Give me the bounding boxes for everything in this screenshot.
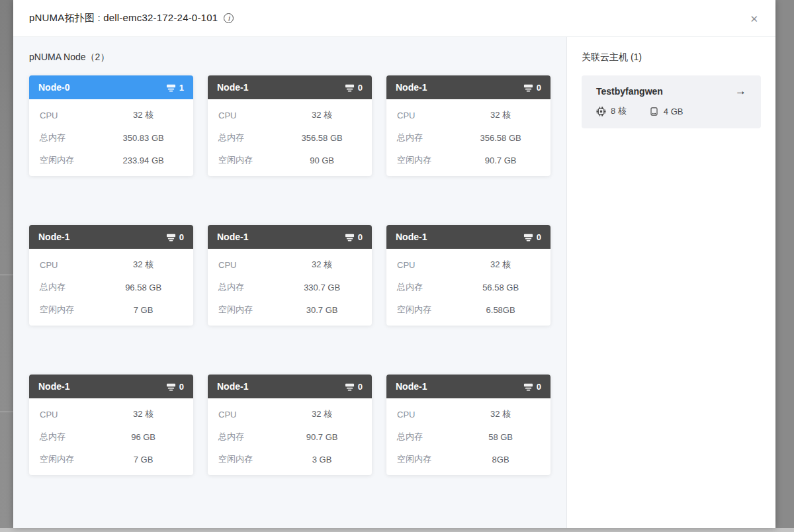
stat-value: 32 核 [461,259,540,271]
stat-label: CPU [397,410,461,420]
stat-row-cpu: CPU 32 核 [397,403,540,425]
associated-host-card[interactable]: Testbyfangwen → 8 核 4 GB [582,75,761,128]
node-card-body: CPU 32 核 总内存 356.58 GB 空闲内存 90 GB [208,99,372,171]
stat-row-free-memory: 空闲内存 90 GB [218,149,361,171]
pnuma-node-card[interactable]: Node-0 1 CPU 32 核 总内存 350.83 [29,75,193,176]
node-card-body: CPU 32 核 总内存 56.58 GB 空闲内存 6.58GB [386,249,551,321]
pnuma-node-card[interactable]: Node-1 0 CPU 32 核 总内存 96.58 [29,225,193,326]
stat-row-total-memory: 总内存 350.83 GB [40,126,183,149]
host-stats: 8 核 4 GB [596,105,746,117]
node-name: Node-1 [396,82,427,93]
stat-value: 6.58GB [461,305,540,315]
vm-monitor-icon [523,382,533,392]
vm-count-badge: 0 [166,232,184,242]
stat-row-free-memory: 空闲内存 6.58GB [397,298,540,321]
node-card-body: CPU 32 核 总内存 96.58 GB 空闲内存 7 GB [29,249,193,321]
vm-count-badge: 0 [523,83,541,93]
stat-value: 90.7 GB [461,155,540,165]
pnuma-node-card[interactable]: Node-1 0 CPU 32 核 总内存 58 GB [386,375,551,475]
host-name: Testbyfangwen [596,86,663,97]
stat-label: CPU [218,410,283,420]
node-card-header: Node-1 0 [208,225,372,249]
vm-count-value: 0 [537,232,541,242]
vm-count-badge: 0 [166,382,184,392]
desktop-background-right [775,0,794,528]
info-icon[interactable]: i [224,13,234,23]
host-cpu-stat: 8 核 [596,105,627,117]
stat-label: 总内存 [397,281,461,293]
stat-label: 空闲内存 [218,154,283,166]
node-name: Node-1 [396,232,427,242]
node-name: Node-0 [38,82,69,93]
stat-label: CPU [397,111,461,120]
stat-row-total-memory: 总内存 58 GB [397,425,540,448]
stat-row-cpu: CPU 32 核 [397,104,540,126]
stat-value: 32 核 [461,109,540,121]
node-card-body: CPU 32 核 总内存 58 GB 空闲内存 8GB [386,398,551,470]
node-card-header: Node-0 1 [29,75,193,99]
stat-label: 空闲内存 [397,453,461,465]
stat-value: 32 核 [283,109,361,121]
stat-label: 空闲内存 [397,304,461,316]
host-memory-stat: 4 GB [649,107,684,116]
stat-value: 356.58 GB [461,133,540,143]
host-memory-value: 4 GB [664,107,684,116]
vm-count-value: 0 [358,232,363,242]
stat-row-free-memory: 空闲内存 8GB [397,448,540,470]
vm-count-value: 0 [537,382,541,392]
node-card-body: CPU 32 核 总内存 356.58 GB 空闲内存 90.7 GB [386,99,551,171]
stat-row-total-memory: 总内存 96.58 GB [40,276,183,298]
node-card-header: Node-1 0 [386,375,551,398]
stat-value: 7 GB [104,455,183,465]
node-name: Node-1 [217,82,248,93]
pnuma-node-card[interactable]: Node-1 0 CPU 32 核 总内存 356.58 [208,75,372,176]
node-card-body: CPU 32 核 总内存 350.83 GB 空闲内存 233.94 GB [29,99,193,171]
node-card-header: Node-1 0 [208,375,372,398]
pnuma-node-card[interactable]: Node-1 0 CPU 32 核 总内存 56.58 [386,225,551,326]
arrow-right-icon[interactable]: → [735,85,746,97]
stat-row-total-memory: 总内存 90.7 GB [218,425,361,448]
stat-value: 32 核 [104,109,183,121]
vm-count-badge: 0 [523,232,541,242]
stat-value: 8GB [461,455,540,465]
stat-row-total-memory: 总内存 330.7 GB [218,276,361,298]
modal-title: pNUMA拓扑图 : dell-emc32-172-24-0-101 [29,12,218,24]
stat-row-cpu: CPU 32 核 [218,253,361,276]
stat-value: 32 核 [104,259,183,271]
vm-count-badge: 0 [345,232,363,242]
stat-row-total-memory: 总内存 96 GB [40,425,183,448]
stat-label: 总内存 [397,431,461,443]
vm-count-value: 0 [179,382,184,392]
stat-label: 空闲内存 [40,453,104,465]
stat-label: CPU [40,410,104,420]
stat-row-cpu: CPU 32 核 [40,253,183,276]
vm-monitor-icon [166,232,176,242]
stat-label: CPU [397,260,461,270]
cpu-chip-icon [596,107,606,116]
pnuma-node-card[interactable]: Node-1 0 CPU 32 核 总内存 90.7 G [208,375,372,475]
node-name: Node-1 [217,232,248,242]
stat-value: 32 核 [104,408,183,420]
desktop-background-left [0,0,13,528]
stat-row-free-memory: 空闲内存 90.7 GB [397,149,540,171]
vm-count-value: 0 [179,232,184,242]
node-card-body: CPU 32 核 总内存 90.7 GB 空闲内存 3 GB [208,398,372,470]
host-cpu-value: 8 核 [611,105,627,117]
node-card-header: Node-1 0 [208,75,372,99]
stat-row-cpu: CPU 32 核 [40,104,183,126]
modal-body: pNUMA Node（2） Node-0 1 CPU 32 核 [13,37,775,528]
stat-row-free-memory: 空闲内存 30.7 GB [218,298,361,321]
pnuma-topology-modal: pNUMA拓扑图 : dell-emc32-172-24-0-101 i ✕ p… [13,0,775,528]
node-name: Node-1 [38,381,69,392]
pnuma-node-card[interactable]: Node-1 0 CPU 32 核 总内存 356.58 [386,75,551,176]
node-card-header: Node-1 0 [29,375,193,398]
vm-monitor-icon [523,232,533,242]
pnuma-node-card[interactable]: Node-1 0 CPU 32 核 总内存 330.7 [208,225,372,326]
stat-row-free-memory: 空闲内存 3 GB [218,448,361,470]
pnuma-node-panel: pNUMA Node（2） Node-0 1 CPU 32 核 [13,37,566,528]
close-icon[interactable]: ✕ [747,11,761,26]
vm-monitor-icon [345,83,355,93]
stat-row-total-memory: 总内存 356.58 GB [218,126,361,149]
stat-row-free-memory: 空闲内存 233.94 GB [40,149,183,171]
pnuma-node-card[interactable]: Node-1 0 CPU 32 核 总内存 96 GB [29,375,193,475]
